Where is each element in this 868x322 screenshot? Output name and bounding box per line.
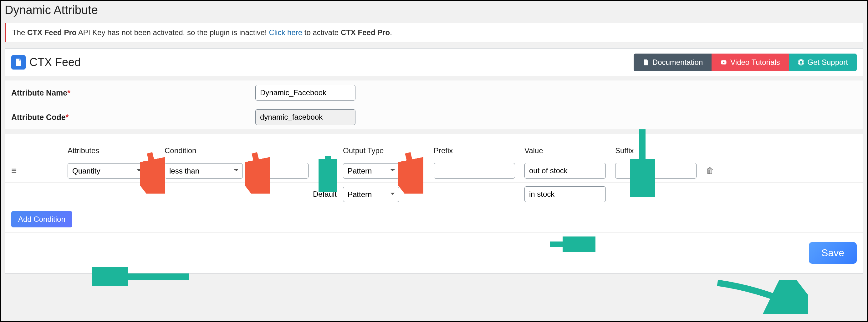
conditions-table: Attributes Condition Output Type Prefix … <box>5 129 863 273</box>
document-icon <box>642 59 649 66</box>
attribute-code-label: Attribute Code* <box>11 113 255 122</box>
suffix-input[interactable] <box>615 163 696 179</box>
required-indicator: * <box>67 88 70 97</box>
col-prefix: Prefix <box>434 146 524 155</box>
delete-row-button[interactable]: 🗑 <box>706 166 714 176</box>
page-title: Dynamic Attribute <box>1 1 867 21</box>
main-card: CTX Feed Documentation Video Tutorials G… <box>5 48 863 273</box>
attribute-name-row: Attribute Name* <box>5 81 863 105</box>
notice-text-4: . <box>390 28 392 37</box>
get-support-button[interactable]: Get Support <box>789 54 857 71</box>
video-tutorials-label: Video Tutorials <box>730 58 780 67</box>
col-attributes: Attributes <box>68 146 164 155</box>
condition-select[interactable]: less than <box>164 163 243 179</box>
col-condition: Condition <box>164 146 252 155</box>
required-indicator: * <box>66 113 69 121</box>
annotation-arrow-teal-5 <box>714 280 808 314</box>
brand-name: CTX Feed <box>29 56 81 69</box>
lifebuoy-icon <box>798 59 804 66</box>
header-buttons: Documentation Video Tutorials Get Suppor… <box>633 54 857 71</box>
col-value: Value <box>524 146 615 155</box>
attribute-name-input[interactable] <box>255 85 355 100</box>
notice-product-1: CTX Feed Pro <box>27 28 76 37</box>
default-row: Default Pattern <box>5 182 863 206</box>
default-label: Default <box>252 190 343 199</box>
notice-product-2: CTX Feed Pro <box>341 28 390 37</box>
conditions-header: Attributes Condition Output Type Prefix … <box>5 134 863 159</box>
notice-text-1: The <box>12 28 27 37</box>
trash-icon: 🗑 <box>706 166 714 175</box>
attribute-code-row: Attribute Code* <box>5 105 863 129</box>
activate-link[interactable]: Click here <box>269 28 302 37</box>
notice-text-3: to activate <box>302 28 341 37</box>
attribute-code-input <box>255 109 355 125</box>
documentation-label: Documentation <box>652 58 703 67</box>
documentation-button[interactable]: Documentation <box>633 54 712 71</box>
get-support-label: Get Support <box>808 58 848 67</box>
output-type-select[interactable]: Pattern <box>343 163 399 179</box>
add-condition-button[interactable]: Add Condition <box>11 211 72 227</box>
attribute-name-label: Attribute Name* <box>11 88 255 97</box>
attribute-select[interactable]: Quantity <box>68 163 146 179</box>
value-input[interactable] <box>524 163 606 179</box>
col-suffix: Suffix <box>615 146 706 155</box>
condition-row: ≡ Quantity less than Pattern 🗑 <box>5 159 863 182</box>
brand: CTX Feed <box>11 55 81 69</box>
save-button[interactable]: Save <box>809 242 857 264</box>
default-value-input[interactable] <box>524 186 606 202</box>
save-section: Save <box>5 232 863 273</box>
activation-notice: The CTX Feed Pro API Key has not been ac… <box>5 23 863 42</box>
form-section: Attribute Name* Attribute Code* <box>5 76 863 129</box>
brand-icon <box>11 55 26 69</box>
notice-text-2: API Key has not been activated, so the p… <box>76 28 269 37</box>
prefix-input[interactable] <box>434 163 515 179</box>
compare-value-input[interactable] <box>252 163 309 179</box>
video-tutorials-button[interactable]: Video Tutorials <box>712 54 788 71</box>
add-condition-section: Add Condition <box>5 206 863 232</box>
default-output-type-select[interactable]: Pattern <box>343 187 399 202</box>
card-header: CTX Feed Documentation Video Tutorials G… <box>5 49 863 76</box>
drag-handle-icon[interactable]: ≡ <box>11 166 68 176</box>
youtube-icon <box>720 59 727 66</box>
col-output-type: Output Type <box>343 146 434 155</box>
